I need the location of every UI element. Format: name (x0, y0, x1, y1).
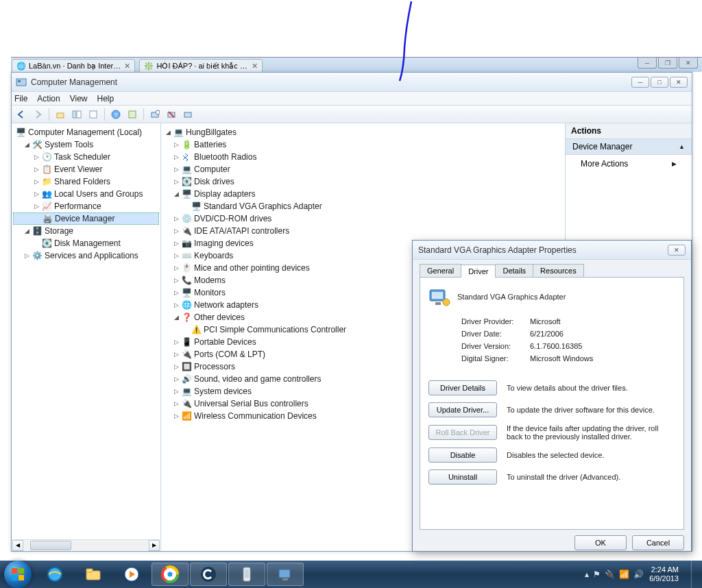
close-button[interactable]: ✕ (679, 58, 698, 69)
window-title: Computer Management (31, 77, 631, 87)
start-button[interactable] (4, 561, 32, 588)
console-tree[interactable]: 🖥️Computer Management (Local) ◢🛠️System … (12, 123, 161, 551)
close-icon[interactable]: ✕ (252, 62, 258, 71)
taskbar-ie[interactable] (36, 563, 73, 586)
ok-button[interactable]: OK (574, 535, 627, 550)
tree-event-viewer[interactable]: ▷📋Event Viewer (13, 163, 159, 175)
show-desktop-button[interactable] (691, 561, 698, 588)
menubar: File Action View Help (12, 92, 692, 106)
update-driver-button[interactable] (181, 108, 195, 121)
scroll-right-arrow[interactable]: ▶ (149, 540, 160, 551)
tree-disk-management[interactable]: 💽Disk Management (13, 237, 159, 249)
uninstall-button[interactable]: Uninstall (428, 469, 497, 485)
tree-services[interactable]: ▷⚙️Services and Applications (13, 249, 159, 262)
svg-point-31 (167, 572, 173, 578)
tree-root[interactable]: 🖥️Computer Management (Local) (13, 126, 159, 138)
disk-icon: 💽 (181, 176, 192, 187)
perf-icon: 📈 (41, 201, 52, 212)
menu-view[interactable]: View (70, 94, 88, 103)
devtree-diskdrives[interactable]: ▷💽Disk drives (162, 175, 564, 188)
tray-flag-icon[interactable]: ⚑ (593, 569, 601, 579)
devtree-root[interactable]: ◢💻HungBillgates (162, 126, 564, 138)
menu-file[interactable]: File (14, 94, 27, 103)
minimize-button[interactable]: ─ (631, 77, 649, 88)
close-icon[interactable]: ✕ (124, 62, 130, 71)
tab-label: HỎI ĐÁP? · ai biết khắc p... (156, 62, 249, 71)
value-date: 6/21/2006 (530, 330, 564, 338)
svg-rect-16 (435, 302, 441, 305)
properties-button[interactable] (125, 108, 139, 121)
tab-driver[interactable]: Driver (461, 265, 496, 278)
actions-more[interactable]: More Actions▶ (566, 155, 692, 173)
desc-disable: Disables the selected device. (507, 451, 675, 459)
taskbar-app-c[interactable] (190, 563, 227, 586)
label-version: Driver Version: (461, 342, 530, 350)
menu-action[interactable]: Action (37, 94, 60, 103)
export-button[interactable] (86, 108, 100, 121)
minimize-button[interactable]: ─ (638, 58, 657, 69)
svg-rect-8 (129, 111, 136, 118)
taskbar-explorer[interactable] (75, 563, 112, 586)
actions-header: Actions (566, 123, 692, 139)
up-button[interactable] (53, 108, 67, 121)
tree-system-tools[interactable]: ◢🛠️System Tools (13, 138, 159, 151)
help-button[interactable]: ? (109, 108, 123, 121)
tray-chevron-icon[interactable]: ▴ (585, 569, 589, 579)
disable-button[interactable]: Disable (428, 448, 497, 463)
tab-strip: General Driver Details Resources (420, 264, 684, 278)
tree-storage[interactable]: ◢🗄️Storage (13, 225, 159, 237)
tray-volume-icon[interactable]: 🔊 (633, 569, 644, 579)
tab-details[interactable]: Details (495, 264, 533, 277)
devtree-batteries[interactable]: ▷🔋Batteries (162, 138, 564, 151)
tab-general[interactable]: General (420, 264, 461, 277)
update-driver-button[interactable]: Update Driver... (428, 402, 497, 417)
tree-task-scheduler[interactable]: ▷🕑Task Scheduler (13, 151, 159, 163)
taskbar-chrome[interactable] (152, 563, 189, 586)
scroll-thumb[interactable] (30, 541, 71, 550)
taskbar-wmp[interactable] (113, 563, 150, 586)
tab-resources[interactable]: Resources (533, 264, 584, 277)
maximize-button[interactable]: □ (651, 77, 668, 88)
network-icon: 🌐 (181, 299, 192, 310)
tray-network-icon[interactable]: 📶 (619, 569, 629, 579)
browser-window-controls: ─ ❐ ✕ (638, 58, 698, 69)
cancel-button[interactable]: Cancel (632, 535, 684, 550)
taskbar-computer-mgmt[interactable] (267, 563, 304, 586)
devtree-bluetooth[interactable]: ▷Bluetooth Radios (162, 151, 564, 163)
tray-power-icon[interactable]: 🔌 (605, 569, 615, 579)
horizontal-scrollbar[interactable]: ◀ ▶ (12, 539, 160, 550)
close-button[interactable]: ✕ (670, 77, 688, 88)
dialog-titlebar[interactable]: Standard VGA Graphics Adapter Properties… (413, 241, 691, 260)
uninstall-button[interactable] (165, 108, 178, 121)
titlebar[interactable]: Computer Management ─ □ ✕ (12, 73, 692, 92)
close-button[interactable]: ✕ (668, 245, 686, 256)
actions-context[interactable]: Device Manager▲ (566, 139, 692, 155)
menu-help[interactable]: Help (97, 94, 114, 103)
browser-tab-1[interactable]: 🌐 LaBàn.vn · Danh bạ Intern... ✕ (12, 59, 135, 72)
svg-point-17 (443, 299, 450, 306)
tray-clock[interactable]: 2:24 AM 6/9/2013 (649, 565, 683, 583)
driver-details-button[interactable]: Driver Details (428, 380, 497, 395)
windows-logo-icon (10, 567, 25, 582)
devtree-display[interactable]: ◢🖥️Display adapters (162, 188, 564, 200)
svg-rect-2 (57, 113, 64, 118)
devtree-computer[interactable]: ▷💻Computer (162, 163, 564, 175)
devtree-standard-vga[interactable]: 🖥️Standard VGA Graphics Adapter (162, 200, 564, 212)
show-hide-tree-button[interactable] (70, 108, 84, 121)
browser-tab-2[interactable]: ❇️ HỎI ĐÁP? · ai biết khắc p... ✕ (139, 59, 263, 72)
maximize-button[interactable]: ❐ (658, 58, 677, 69)
devtree-ide[interactable]: ▷🔌IDE ATA/ATAPI controllers (162, 225, 564, 237)
forward-button[interactable] (31, 108, 45, 121)
back-button[interactable] (14, 108, 28, 121)
tree-local-users[interactable]: ▷👥Local Users and Groups (13, 188, 159, 200)
tray-date: 6/9/2013 (649, 574, 679, 583)
chevron-right-icon: ▶ (672, 160, 677, 167)
tree-device-manager[interactable]: 🖨️Device Manager (13, 212, 159, 225)
taskbar-phone-app[interactable] (228, 563, 265, 586)
scroll-left-arrow[interactable]: ◀ (12, 540, 23, 551)
tree-performance[interactable]: ▷📈Performance (13, 200, 159, 212)
scan-hardware-button[interactable] (148, 108, 162, 121)
devtree-dvd[interactable]: ▷💿DVD/CD-ROM drives (162, 212, 564, 225)
toolbar: ? (12, 106, 692, 123)
tree-shared-folders[interactable]: ▷📁Shared Folders (13, 175, 159, 188)
